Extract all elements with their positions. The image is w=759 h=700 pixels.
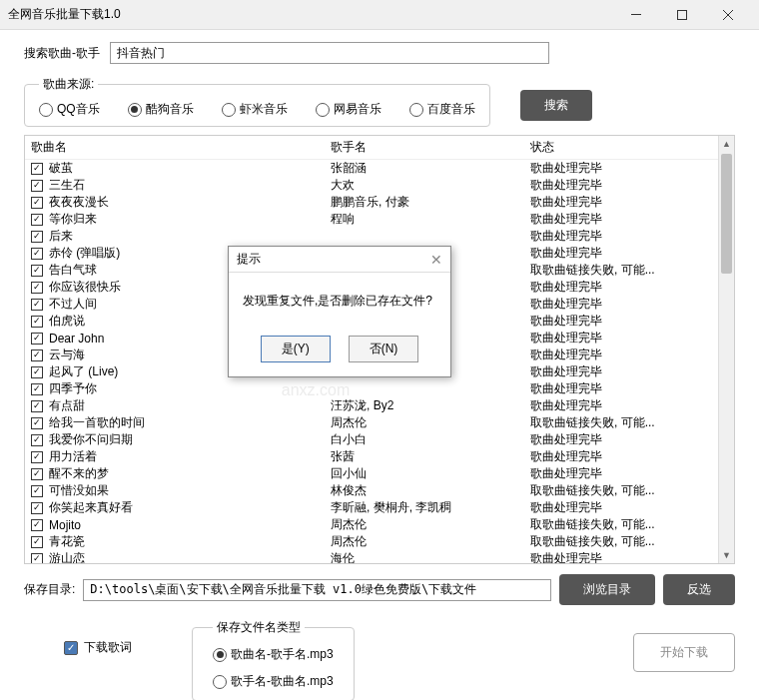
table-row[interactable]: 你笑起来真好看李昕融, 樊桐舟, 李凯稠歌曲处理完毕 (25, 499, 718, 516)
table-row[interactable]: 可惜没如果林俊杰取歌曲链接失败, 可能... (25, 482, 718, 499)
th-status[interactable]: 状态 (530, 139, 718, 156)
cell-artist: 林俊杰 (331, 482, 530, 499)
download-lyrics-checkbox[interactable]: ✓ 下载歌词 (64, 639, 132, 656)
radio-icon (128, 103, 142, 117)
start-download-button[interactable]: 开始下载 (633, 633, 735, 672)
source-radio-3[interactable]: 网易音乐 (316, 101, 381, 118)
search-button[interactable]: 搜索 (520, 90, 592, 121)
table-row[interactable]: 青花瓷周杰伦取歌曲链接失败, 可能... (25, 533, 718, 550)
table-row[interactable]: 给我一首歌的时间周杰伦取歌曲链接失败, 可能... (25, 414, 718, 431)
row-checkbox[interactable] (31, 366, 43, 378)
cell-artist: 李昕融, 樊桐舟, 李凯稠 (331, 499, 530, 516)
th-artist[interactable]: 歌手名 (331, 139, 530, 156)
save-path-input[interactable] (83, 579, 551, 601)
row-checkbox[interactable] (31, 553, 43, 564)
cell-status: 歌曲处理完毕 (530, 177, 718, 194)
maximize-button[interactable] (659, 0, 705, 30)
row-checkbox[interactable] (31, 400, 43, 412)
row-checkbox[interactable] (31, 265, 43, 277)
titlebar: 全网音乐批量下载1.0 (0, 0, 759, 30)
row-checkbox[interactable] (31, 519, 43, 531)
cell-status: 歌曲处理完毕 (530, 380, 718, 397)
table-row[interactable]: 三生石大欢歌曲处理完毕 (25, 177, 718, 194)
row-checkbox[interactable] (31, 197, 43, 209)
filename-radio-0[interactable]: 歌曲名-歌手名.mp3 (213, 646, 334, 663)
cell-status: 取歌曲链接失败, 可能... (530, 516, 718, 533)
scrollbar[interactable]: ▲ ▼ (718, 136, 734, 563)
source-radio-2[interactable]: 虾米音乐 (222, 101, 288, 118)
dialog-title: 提示 (237, 251, 261, 268)
minimize-button[interactable] (613, 0, 659, 30)
browse-button[interactable]: 浏览目录 (559, 574, 655, 605)
row-checkbox[interactable] (31, 350, 43, 361)
table-row[interactable]: 四季予你歌曲处理完毕 (25, 380, 718, 397)
table-row[interactable]: 夜夜夜漫长鹏鹏音乐, 付豪歌曲处理完毕 (25, 194, 718, 211)
svg-rect-0 (631, 14, 641, 15)
row-checkbox[interactable] (31, 502, 43, 514)
source-radio-0[interactable]: QQ音乐 (39, 101, 100, 118)
row-checkbox[interactable] (31, 214, 43, 226)
filename-radio-1[interactable]: 歌手名-歌曲名.mp3 (213, 673, 334, 690)
row-checkbox[interactable] (31, 248, 43, 260)
cell-status: 歌曲处理完毕 (530, 160, 718, 177)
search-label: 搜索歌曲-歌手 (24, 45, 100, 62)
table-row[interactable]: 破茧张韶涵歌曲处理完毕 (25, 160, 718, 177)
cell-song: 青花瓷 (49, 533, 331, 550)
cell-status: 歌曲处理完毕 (530, 347, 718, 363)
scroll-up-icon[interactable]: ▲ (719, 136, 734, 152)
cell-song: 夜夜夜漫长 (49, 194, 331, 211)
row-checkbox[interactable] (31, 299, 43, 311)
table-row[interactable]: 等你归来程响歌曲处理完毕 (25, 211, 718, 228)
row-checkbox[interactable] (31, 451, 43, 463)
row-checkbox[interactable] (31, 536, 43, 548)
source-radio-4[interactable]: 百度音乐 (409, 101, 475, 118)
check-icon: ✓ (64, 641, 78, 655)
cell-status: 歌曲处理完毕 (530, 330, 718, 347)
table-row[interactable]: 后来歌曲处理完毕 (25, 228, 718, 245)
th-song[interactable]: 歌曲名 (31, 139, 331, 156)
dialog-no-button[interactable]: 否(N) (349, 336, 419, 362)
row-checkbox[interactable] (31, 417, 43, 429)
search-input[interactable] (110, 42, 549, 64)
radio-icon (213, 675, 227, 689)
cell-status: 歌曲处理完毕 (530, 431, 718, 448)
row-checkbox[interactable] (31, 485, 43, 497)
row-checkbox[interactable] (31, 282, 43, 294)
cell-song: 我爱你不问归期 (49, 431, 331, 448)
cell-song: 等你归来 (49, 211, 331, 228)
cell-status: 取歌曲链接失败, 可能... (530, 533, 718, 550)
radio-icon (222, 103, 236, 117)
scroll-thumb[interactable] (721, 154, 732, 274)
row-checkbox[interactable] (31, 316, 43, 328)
invert-button[interactable]: 反选 (663, 574, 735, 605)
dialog-close-icon[interactable]: ✕ (430, 252, 442, 268)
scroll-down-icon[interactable]: ▼ (719, 547, 734, 563)
cell-artist: 张韶涵 (331, 160, 530, 177)
cell-song: 给我一首歌的时间 (49, 414, 331, 431)
cell-artist: 张茜 (331, 448, 530, 465)
row-checkbox[interactable] (31, 333, 43, 345)
cell-status: 取歌曲链接失败, 可能... (530, 262, 718, 279)
table-row[interactable]: 游山恋海伦歌曲处理完毕 (25, 550, 718, 563)
row-checkbox[interactable] (31, 180, 43, 192)
cell-status: 歌曲处理完毕 (530, 194, 718, 211)
cell-song: 游山恋 (49, 550, 331, 563)
table-row[interactable]: 有点甜汪苏泷, By2歌曲处理完毕 (25, 397, 718, 414)
table-row[interactable]: 醒不来的梦回小仙歌曲处理完毕 (25, 465, 718, 482)
table-row[interactable]: 用力活着张茜歌曲处理完毕 (25, 448, 718, 465)
close-button[interactable] (705, 0, 751, 30)
row-checkbox[interactable] (31, 383, 43, 395)
source-radio-1[interactable]: 酷狗音乐 (128, 101, 194, 118)
cell-song: 醒不来的梦 (49, 465, 331, 482)
row-checkbox[interactable] (31, 163, 43, 175)
cell-status: 歌曲处理完毕 (530, 363, 718, 380)
table-row[interactable]: Mojito周杰伦取歌曲链接失败, 可能... (25, 516, 718, 533)
cell-song: 有点甜 (49, 397, 331, 414)
source-fieldset: 歌曲来源: QQ音乐酷狗音乐虾米音乐网易音乐百度音乐 (24, 76, 490, 127)
row-checkbox[interactable] (31, 434, 43, 446)
lyrics-label: 下载歌词 (84, 639, 132, 656)
row-checkbox[interactable] (31, 468, 43, 480)
dialog-yes-button[interactable]: 是(Y) (261, 336, 331, 362)
row-checkbox[interactable] (31, 231, 43, 243)
table-row[interactable]: 我爱你不问归期白小白歌曲处理完毕 (25, 431, 718, 448)
